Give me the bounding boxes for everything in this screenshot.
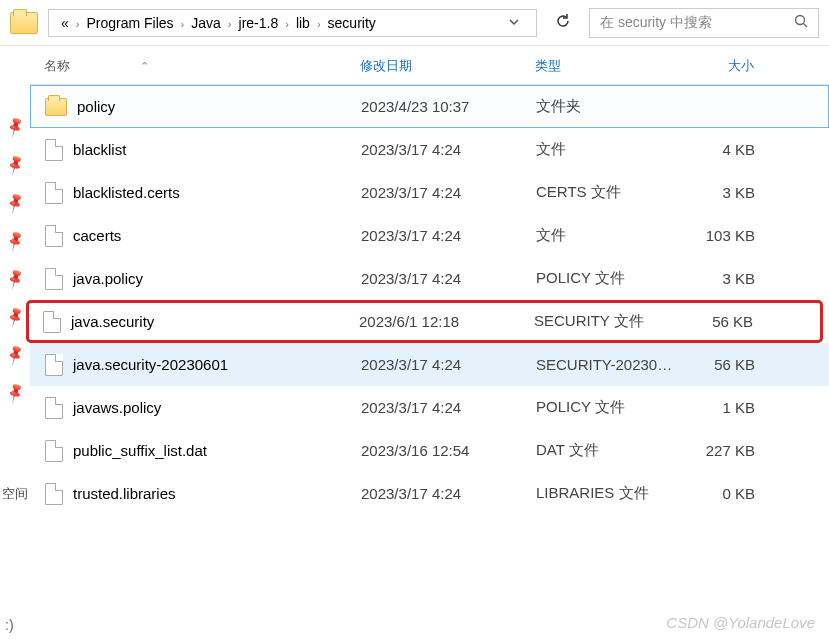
header-type[interactable]: 类型 — [535, 57, 690, 75]
chevron-right-icon: › — [178, 18, 188, 30]
quick-access-strip: 📌📌📌📌📌📌📌📌 — [0, 110, 28, 400]
cell-name: public_suffix_list.dat — [31, 440, 361, 462]
file-name: blacklist — [73, 141, 126, 158]
svg-line-1 — [804, 24, 808, 28]
cell-date: 2023/3/17 4:24 — [361, 356, 536, 373]
file-icon — [45, 225, 63, 247]
breadcrumb-item[interactable]: security — [324, 15, 380, 31]
folder-icon — [10, 12, 38, 34]
file-icon — [43, 311, 61, 333]
cell-type: DAT 文件 — [536, 441, 691, 460]
breadcrumb[interactable]: « ›Program Files›Java›jre-1.8›lib›securi… — [48, 9, 537, 37]
toolbar: « ›Program Files›Java›jre-1.8›lib›securi… — [0, 0, 829, 46]
cell-date: 2023/3/17 4:24 — [361, 270, 536, 287]
pin-icon[interactable]: 📌 — [3, 229, 26, 251]
cell-type: 文件 — [536, 140, 691, 159]
file-row[interactable]: javaws.policy2023/3/17 4:24POLICY 文件1 KB — [30, 386, 829, 429]
cell-date: 2023/3/17 4:24 — [361, 485, 536, 502]
cell-size: 4 KB — [691, 141, 781, 158]
file-icon — [45, 139, 63, 161]
pin-icon[interactable]: 📌 — [3, 115, 26, 137]
file-list: policy2023/4/23 10:37文件夹blacklist2023/3/… — [30, 85, 829, 515]
cell-date: 2023/3/17 4:24 — [361, 184, 536, 201]
file-icon — [45, 182, 63, 204]
folder-icon — [45, 98, 67, 116]
pin-icon[interactable]: 📌 — [3, 191, 26, 213]
file-row[interactable]: java.security2023/6/1 12:18SECURITY 文件56… — [26, 300, 823, 343]
file-name: javaws.policy — [73, 399, 161, 416]
file-row[interactable]: java.policy2023/3/17 4:24POLICY 文件3 KB — [30, 257, 829, 300]
file-icon — [45, 268, 63, 290]
file-name: public_suffix_list.dat — [73, 442, 207, 459]
header-name[interactable]: 名称 ⌃ — [30, 57, 360, 75]
file-name: trusted.libraries — [73, 485, 176, 502]
cell-date: 2023/3/16 12:54 — [361, 442, 536, 459]
search-placeholder: 在 security 中搜索 — [600, 14, 794, 32]
header-size[interactable]: 大小 — [690, 57, 780, 75]
watermark: CSDN @YolandeLove — [666, 614, 815, 631]
explorer-window: « ›Program Files›Java›jre-1.8›lib›securi… — [0, 0, 829, 641]
cell-type: LIBRARIES 文件 — [536, 484, 691, 503]
cell-name: java.security-20230601 — [31, 354, 361, 376]
cell-date: 2023/3/17 4:24 — [361, 399, 536, 416]
cell-type: POLICY 文件 — [536, 398, 691, 417]
pin-icon[interactable]: 📌 — [3, 267, 26, 289]
sort-indicator-icon: ⌃ — [140, 60, 149, 73]
breadcrumb-overflow[interactable]: « — [57, 15, 73, 31]
search-icon — [794, 14, 808, 31]
file-name: java.policy — [73, 270, 143, 287]
breadcrumb-item[interactable]: Java — [187, 15, 225, 31]
cell-type: SECURITY 文件 — [534, 312, 689, 331]
side-smiley: :) — [5, 617, 14, 633]
side-label: 空间 — [2, 485, 28, 503]
file-row[interactable]: cacerts2023/3/17 4:24文件103 KB — [30, 214, 829, 257]
file-row[interactable]: public_suffix_list.dat2023/3/16 12:54DAT… — [30, 429, 829, 472]
cell-size: 103 KB — [691, 227, 781, 244]
file-name: java.security-20230601 — [73, 356, 228, 373]
file-row[interactable]: trusted.libraries2023/3/17 4:24LIBRARIES… — [30, 472, 829, 515]
search-input[interactable]: 在 security 中搜索 — [589, 8, 819, 38]
cell-size: 56 KB — [689, 313, 779, 330]
breadcrumb-item[interactable]: Program Files — [82, 15, 177, 31]
svg-point-0 — [796, 16, 805, 25]
file-row[interactable]: java.security-202306012023/3/17 4:24SECU… — [30, 343, 829, 386]
cell-size: 0 KB — [691, 485, 781, 502]
pin-icon[interactable]: 📌 — [3, 305, 26, 327]
file-row[interactable]: blacklisted.certs2023/3/17 4:24CERTS 文件3… — [30, 171, 829, 214]
pin-icon[interactable]: 📌 — [3, 381, 26, 403]
cell-size: 56 KB — [691, 356, 781, 373]
chevron-right-icon: › — [314, 18, 324, 30]
pin-icon[interactable]: 📌 — [3, 343, 26, 365]
chevron-down-icon — [508, 16, 520, 28]
file-name: blacklisted.certs — [73, 184, 180, 201]
cell-name: blacklisted.certs — [31, 182, 361, 204]
file-row[interactable]: policy2023/4/23 10:37文件夹 — [30, 85, 829, 128]
cell-name: java.policy — [31, 268, 361, 290]
header-date[interactable]: 修改日期 — [360, 57, 535, 75]
cell-date: 2023/6/1 12:18 — [359, 313, 534, 330]
chevron-right-icon: › — [282, 18, 292, 30]
breadcrumb-item[interactable]: jre-1.8 — [235, 15, 283, 31]
cell-size: 3 KB — [691, 184, 781, 201]
cell-name: policy — [31, 98, 361, 116]
refresh-button[interactable] — [543, 7, 583, 38]
pin-icon[interactable]: 📌 — [3, 153, 26, 175]
cell-name: cacerts — [31, 225, 361, 247]
file-icon — [45, 354, 63, 376]
cell-date: 2023/3/17 4:24 — [361, 141, 536, 158]
file-name: policy — [77, 98, 115, 115]
cell-type: SECURITY-20230… — [536, 356, 691, 373]
breadcrumb-dropdown[interactable] — [500, 15, 528, 31]
file-row[interactable]: blacklist2023/3/17 4:24文件4 KB — [30, 128, 829, 171]
cell-name: trusted.libraries — [31, 483, 361, 505]
file-icon — [45, 483, 63, 505]
cell-date: 2023/3/17 4:24 — [361, 227, 536, 244]
cell-name: java.security — [29, 311, 359, 333]
file-icon — [45, 440, 63, 462]
cell-type: 文件夹 — [536, 97, 691, 116]
cell-type: CERTS 文件 — [536, 183, 691, 202]
cell-size: 3 KB — [691, 270, 781, 287]
cell-size: 227 KB — [691, 442, 781, 459]
breadcrumb-item[interactable]: lib — [292, 15, 314, 31]
cell-size: 1 KB — [691, 399, 781, 416]
